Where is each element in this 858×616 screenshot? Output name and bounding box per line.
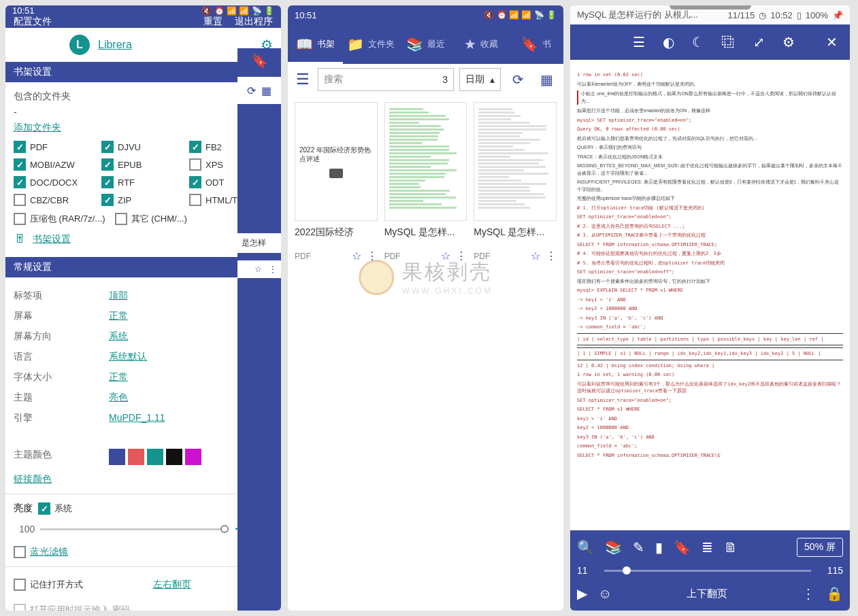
doc-title: MySQL 是怎样运行的 从根儿... [577,9,698,21]
clock-icon: ◷ [759,10,766,20]
reader-toolbar: ☰ ◐ ☾ ⿻ ⤢ ⚙ ✕ [570,24,850,60]
zoom-level[interactable]: 50% 屏 [797,538,843,557]
status-time: 10:51 [295,10,317,20]
setting-value[interactable]: 正常 [109,310,128,322]
menu-icon[interactable]: ☰ [293,71,312,88]
format-djvu[interactable]: DJVU [101,141,185,153]
status-icons: 🔇 ⏰ 📶 📶 📡 🔋 [201,6,274,16]
setting-value[interactable]: 亮色 [109,392,128,404]
more-icon: ⋮ [269,264,277,274]
settings-header: 配置文件 重置 退出程序 [5,16,281,28]
format-epub[interactable]: EPUB [101,158,185,171]
file-icon[interactable]: 🗎 [724,540,738,555]
search-input[interactable]: 搜索 3 [318,68,454,91]
color-swatch[interactable] [147,449,163,465]
more-icon[interactable]: ⋮ [802,585,815,602]
library-screen: 10:51 🔇 ⏰ 📶 📶 📡 🔋 📖书架📁文件夹📚最近★收藏🔖书 ☰ 搜索 3… [288,5,563,611]
progress-slider[interactable] [604,570,811,572]
bluelight-checkbox[interactable]: 蓝光滤镜 [14,546,68,558]
color-swatch[interactable] [128,449,144,465]
crop-icon[interactable]: ⿻ [722,35,736,50]
bookshelf-settings-link[interactable]: 书架设置 [33,233,71,245]
brightness-slider[interactable] [40,528,225,530]
color-swatch[interactable] [166,449,182,465]
color-swatch[interactable] [109,449,125,465]
password-checkbox[interactable]: 打开应用时提示输入 密码 [14,604,130,611]
setting-value[interactable]: MuPDF_1.11 [109,412,165,424]
bg-tabs: 🔖书 [237,48,281,611]
setting-value[interactable]: 正常 [109,371,128,383]
lock-icon[interactable]: 🔒 [826,585,843,602]
tab-书[interactable]: 🔖书 [508,24,563,64]
gear-icon[interactable]: ⚙ [782,34,795,50]
star-icon[interactable]: ☆ [531,250,540,262]
brightness-system-checkbox[interactable]: 系统 [38,502,72,515]
setting-value[interactable]: 系统 [109,330,128,343]
format-doc/docx[interactable]: DOC/DOCX [14,176,97,188]
notch [670,5,751,10]
status-bar: 10:51 🔇 ⏰ 📶 📶 📡 🔋 [5,5,281,16]
close-icon[interactable]: ✕ [826,34,838,50]
grid-icon[interactable]: ▦ [535,68,558,91]
tab-文件夹[interactable]: 📁文件夹 [343,24,398,64]
lr-flip-link[interactable]: 左右翻页 [153,579,191,591]
contrast-icon[interactable]: ◐ [663,34,674,50]
tab-收藏[interactable]: ★收藏 [453,24,508,64]
library-icon[interactable]: 📚 [605,539,622,555]
format-cbz/cbr[interactable]: CBZ/CBR [14,194,97,206]
included-folders-label: 包含的文件夹 [14,90,273,103]
sort-select[interactable]: 日期 ▴ [459,68,501,91]
book-item[interactable]: 2022 年国际经济形势热点评述2022国际经济 PDF ☆⋮ [295,102,378,262]
status-icons: 🔇 ⏰ 📶 📶 📡 🔋 [484,10,557,20]
link-color-link[interactable]: 链接颜色 [14,473,273,485]
flip-mode[interactable]: 上下翻页 [623,587,791,600]
format-rtf[interactable]: RTF [101,176,185,188]
avatar: L [69,35,90,55]
page-icon[interactable]: ▮ [655,539,663,555]
tab-icon: 🔖 [521,36,538,52]
reader-content[interactable]: 1 row in set (0.02 sec)可以看到enabled值为OFF，… [570,60,850,530]
menu-lines-icon[interactable]: ☰ [633,34,645,50]
watermark-logo [359,260,394,295]
watermark: 果核剥壳 WWW.GHXI.COM [359,258,493,296]
more-icon[interactable]: ⋮ [546,250,557,262]
add-folder-link[interactable]: 添加文件夹 [14,122,273,134]
profile-name[interactable]: Librera [98,39,132,51]
result-count: 3 [442,74,448,85]
battery-icon: ▯ [797,10,802,20]
book-type: PDF [295,252,311,261]
tab-最近[interactable]: 📚最近 [398,24,453,64]
format-mobi/azw[interactable]: MOBI/AZW [14,158,97,171]
exit-button[interactable]: 退出程序 [235,16,273,28]
pin-icon[interactable]: 📌 [832,10,843,20]
book-item[interactable]: MySQL 是怎样... PDF ☆⋮ [384,102,467,262]
refresh-icon: ⟳ [247,84,256,97]
remember-open-checkbox[interactable]: 记住打开方式 [14,579,83,591]
reset-button[interactable]: 重置 [203,16,222,28]
clock: 10:52 [770,10,793,20]
status-time: 10:51 [12,5,35,16]
theme-color-label: 主题颜色 [14,449,109,465]
fit-icon[interactable]: ⤢ [753,34,765,50]
page-current: 11 [577,565,588,576]
night-icon[interactable]: ☾ [692,34,704,50]
book-item[interactable]: MySQL 是怎样... PDF ☆⋮ [474,102,557,262]
other-checkbox[interactable]: 其它 (CHM/...) [115,213,187,225]
setting-value[interactable]: 系统默认 [109,351,147,363]
refresh-icon[interactable]: ⟳ [506,68,529,91]
color-swatch[interactable] [185,449,201,465]
list-icon[interactable]: ≣ [702,539,713,555]
tts-icon[interactable]: ☺ [598,586,612,602]
format-pdf[interactable]: PDF [14,141,97,153]
bookmark-icon[interactable]: 🔖 [674,539,691,555]
setting-value[interactable]: 顶部 [109,290,128,302]
star-icon: ☆ [254,264,262,274]
settings-screen: 10:51 🔇 ⏰ 📶 📶 📡 🔋 配置文件 重置 退出程序 L Librera… [5,5,281,611]
included-folders-value: - [14,107,273,118]
tab-书架[interactable]: 📖书架 [288,24,343,64]
format-zip[interactable]: ZIP [101,194,185,206]
play-icon[interactable]: ▶ [577,585,587,602]
edit-icon[interactable]: ✎ [633,539,644,555]
search-icon[interactable]: 🔍 [577,539,594,555]
compress-checkbox[interactable]: 压缩包 (RAR/7z/...) [14,213,105,225]
